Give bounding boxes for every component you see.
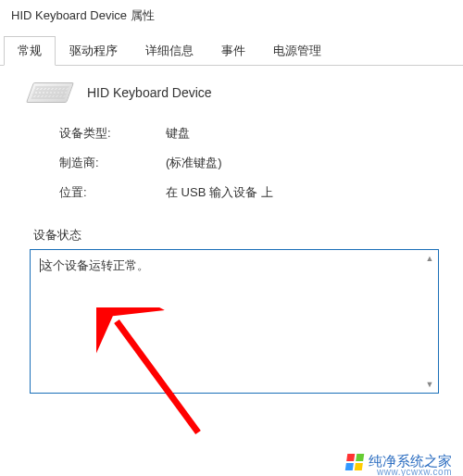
value-manufacturer: (标准键盘) <box>166 155 222 171</box>
window-title: HID Keyboard Device 属性 <box>0 0 463 31</box>
scrollbar[interactable]: ▲ ▼ <box>421 250 438 393</box>
scroll-up-icon[interactable]: ▲ <box>423 252 436 265</box>
label-manufacturer: 制造商: <box>59 155 166 171</box>
row-manufacturer: 制造商: (标准键盘) <box>59 155 441 171</box>
keyboard-icon <box>26 82 74 103</box>
device-header: HID Keyboard Device <box>30 82 441 103</box>
device-info-block: 设备类型: 键盘 制造商: (标准键盘) 位置: 在 USB 输入设备 上 <box>59 125 441 201</box>
tab-content: HID Keyboard Device 设备类型: 键盘 制造商: (标准键盘)… <box>0 66 463 403</box>
device-name: HID Keyboard Device <box>87 85 212 100</box>
row-device-type: 设备类型: 键盘 <box>59 125 441 142</box>
tab-power[interactable]: 电源管理 <box>259 36 335 66</box>
tab-details[interactable]: 详细信息 <box>131 36 207 66</box>
tab-bar: 常规 驱动程序 详细信息 事件 电源管理 <box>0 35 463 66</box>
tab-general[interactable]: 常规 <box>4 36 56 66</box>
tab-driver[interactable]: 驱动程序 <box>56 36 131 66</box>
tab-events[interactable]: 事件 <box>207 36 259 66</box>
watermark-url: www.ycwxw.com <box>377 467 452 476</box>
device-status-textarea[interactable]: 这个设备运转正常。 ▲ ▼ <box>30 249 439 394</box>
row-location: 位置: 在 USB 输入设备 上 <box>59 184 441 201</box>
label-location: 位置: <box>59 184 166 201</box>
device-status-section: 设备状态 这个设备运转正常。 ▲ ▼ <box>30 227 441 394</box>
label-device-type: 设备类型: <box>59 125 166 142</box>
watermark-logo-icon <box>345 454 365 470</box>
value-location: 在 USB 输入设备 上 <box>166 184 273 201</box>
label-device-status: 设备状态 <box>33 227 441 244</box>
value-device-type: 键盘 <box>166 125 190 142</box>
scroll-down-icon[interactable]: ▼ <box>423 378 436 391</box>
device-status-text: 这个设备运转正常。 <box>41 258 149 272</box>
